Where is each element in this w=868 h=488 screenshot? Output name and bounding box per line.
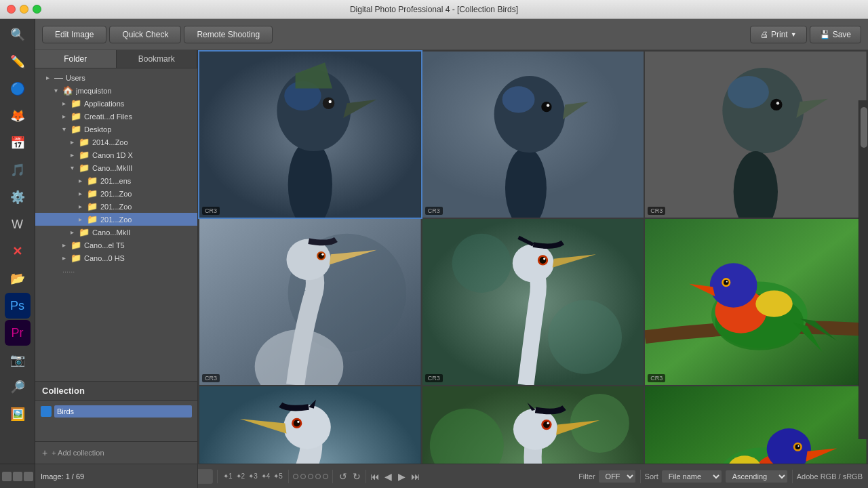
view-btn-3[interactable]	[24, 472, 33, 481]
tree-item-201zoo3-selected[interactable]: ▸ 📁 201...Zoo	[35, 213, 197, 226]
svg-point-43	[710, 263, 757, 307]
tree-item-users[interactable]: ▸ — Users	[35, 71, 197, 84]
filter-select[interactable]: OFF ON	[598, 470, 636, 483]
tree-item-hs[interactable]: ▸ 📁 Cano...0 HS	[35, 251, 197, 264]
view-btn-1[interactable]	[2, 472, 12, 481]
rating-numbers: ✦1 ✦2 ✦3 ✦4 ✦5	[222, 472, 284, 480]
rating-4[interactable]: ✦4	[260, 472, 272, 480]
nav-prev[interactable]: ◀	[382, 470, 395, 483]
nav-first[interactable]: ⏮	[369, 470, 381, 483]
sidebar-icon-chrome[interactable]: 🔵	[5, 76, 31, 102]
left-panel: Folder Bookmark ▸ — Users ▾ 🏠 jmcquiston	[35, 50, 198, 464]
sidebar-icon-word[interactable]: W	[5, 211, 31, 237]
tree-item-desktop[interactable]: ▾ 📁 Desktop	[35, 123, 197, 136]
svg-point-48	[726, 281, 728, 282]
sidebar-icon-x[interactable]: ✕	[5, 239, 31, 264]
right-scrollbar[interactable]	[859, 100, 868, 439]
sidebar-icon-music[interactable]: 🎵	[5, 157, 31, 183]
close-button[interactable]	[7, 5, 16, 14]
tree-item-2014zoo[interactable]: ▸ 📁 2014...Zoo	[35, 136, 197, 148]
rating-dot-4[interactable]	[315, 474, 321, 479]
photo-cell-1[interactable]: CR3	[199, 52, 421, 218]
collection-header: Collection	[35, 382, 197, 401]
rating-2[interactable]: ✦2	[235, 472, 247, 480]
maximize-button[interactable]	[33, 5, 41, 14]
folder-icon: 📁	[79, 137, 90, 147]
sidebar-icon-finder[interactable]: 🔍	[5, 22, 31, 47]
save-button[interactable]: 💾 Save	[810, 26, 861, 43]
remote-shooting-button[interactable]: Remote Shooting	[184, 26, 273, 43]
rating-dot-2[interactable]	[300, 474, 306, 479]
folder-icon: 📁	[71, 111, 81, 121]
tree-item-201zoo1[interactable]: ▸ 📁 201...Zoo	[35, 187, 197, 200]
edit-image-button[interactable]: Edit Image	[42, 26, 106, 43]
sidebar-icon-photoshop[interactable]: Ps	[5, 293, 31, 319]
folder-tree[interactable]: ▸ — Users ▾ 🏠 jmcquiston ▸ 📁 Application…	[35, 68, 197, 381]
sort-label: Sort	[645, 472, 658, 481]
photo-cell-3[interactable]: CR3	[645, 52, 867, 218]
tree-arrow-desktop: ▾	[62, 125, 71, 133]
quick-check-button[interactable]: Quick Check	[109, 26, 181, 43]
nav-rotate-right[interactable]: ↻	[351, 470, 363, 483]
sort-field-select[interactable]: File name Date taken Rating	[661, 470, 722, 483]
photo-cell-4[interactable]: CR3	[199, 219, 421, 385]
sidebar-icon-firefox[interactable]: 🦊	[5, 103, 31, 129]
folder-icon: 📁	[71, 253, 81, 263]
tree-arrow-created: ▸	[62, 113, 71, 120]
photo-cell-6[interactable]: CR3	[645, 219, 867, 385]
tree-item-mkiii[interactable]: ▾ 📁 Cano...MkIII	[35, 161, 197, 174]
add-collection-button[interactable]: + + Add collection	[35, 441, 197, 464]
svg-point-20	[770, 99, 782, 110]
svg-point-5	[329, 100, 332, 103]
photo-cell-9[interactable]: CR3	[645, 386, 867, 464]
toolbar: Edit Image Quick Check Remote Shooting 🖨…	[35, 19, 868, 50]
scrollbar-thumb[interactable]	[861, 107, 867, 148]
svg-point-34	[513, 244, 554, 283]
rating-3[interactable]: ✦3	[247, 472, 259, 480]
tree-item-t5[interactable]: ▸ 📁 Cano...el T5	[35, 239, 197, 251]
photo-badge-5: CR3	[425, 374, 443, 382]
sidebar-icon-premiere[interactable]: Pr	[5, 320, 31, 346]
nav-rotate-left[interactable]: ↺	[337, 470, 349, 483]
photo-cell-7[interactable]: CR3	[199, 386, 421, 464]
collection-item-birds[interactable]	[38, 403, 195, 420]
photo-area[interactable]: CR3	[198, 50, 868, 464]
print-button[interactable]: 🖨 Print ▼	[750, 26, 807, 43]
tree-item-201zoo2[interactable]: ▸ 📁 201...Zoo	[35, 200, 197, 213]
sidebar-icon-settings[interactable]: ⚙️	[5, 184, 31, 210]
tree-item-user[interactable]: ▾ 🏠 jmcquiston	[35, 84, 197, 97]
svg-point-14	[547, 104, 549, 106]
sidebar-icon-calendar[interactable]: 📅	[5, 130, 31, 156]
rating-5[interactable]: ✦5	[272, 472, 284, 480]
collection-icon	[41, 406, 52, 417]
nav-last[interactable]: ⏭	[410, 470, 422, 483]
tree-item-201ens[interactable]: ▸ 📁 201...ens	[35, 174, 197, 187]
sidebar-icon-files[interactable]: 📂	[5, 266, 31, 291]
tab-folder[interactable]: Folder	[35, 50, 117, 68]
tree-item-created-files[interactable]: ▸ 📁 Creati...d Files	[35, 110, 197, 123]
sort-dir-select[interactable]: Ascending Descending	[725, 470, 788, 483]
tree-item-canon1dx[interactable]: ▸ 📁 Canon 1D X	[35, 148, 197, 161]
sidebar-icon-gallery[interactable]: 🖼️	[5, 401, 31, 427]
folder-icon: 📁	[79, 150, 90, 160]
photo-cell-5[interactable]: CR3	[422, 219, 644, 385]
tree-arrow-201zoo1: ▸	[79, 190, 87, 197]
tree-item-more[interactable]: ......	[35, 264, 197, 275]
collection-name-input[interactable]	[54, 405, 192, 418]
tree-arrow-hs: ▸	[62, 254, 71, 262]
rating-1[interactable]: ✦1	[222, 472, 234, 480]
photo-cell-8[interactable]: CR3	[422, 386, 644, 464]
tree-item-mkii[interactable]: ▸ 📁 Cano...MkII	[35, 226, 197, 239]
rating-dot-3[interactable]	[308, 474, 313, 479]
tab-bookmark[interactable]: Bookmark	[117, 50, 198, 68]
minimize-button[interactable]	[20, 5, 28, 14]
nav-next[interactable]: ▶	[396, 470, 408, 483]
rating-dot-1[interactable]	[293, 474, 298, 479]
sidebar-icon-magnify[interactable]: 🔎	[5, 374, 31, 400]
sidebar-icon-camera[interactable]: 📷	[5, 347, 31, 373]
rating-dot-5[interactable]	[323, 474, 328, 479]
sidebar-icon-edit[interactable]: ✏️	[5, 49, 31, 75]
photo-cell-2[interactable]: CR3	[422, 52, 644, 218]
tree-item-applications[interactable]: ▸ 📁 Applications	[35, 97, 197, 110]
view-btn-2[interactable]	[13, 472, 22, 481]
